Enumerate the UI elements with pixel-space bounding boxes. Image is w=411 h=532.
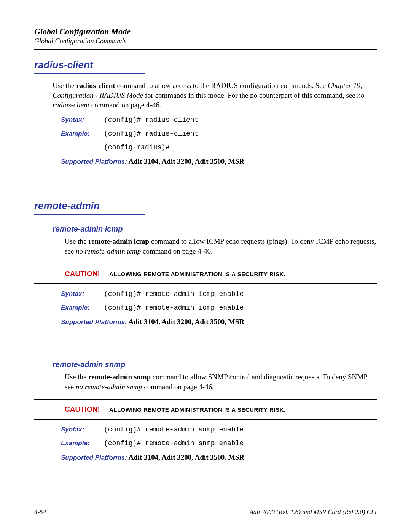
text: Use the [53,81,76,89]
platforms-value: Adit 3104, Adit 3200, Adit 3500, MSR [127,157,244,165]
platforms-line: Supported Platforms: Adit 3104, Adit 320… [61,157,377,166]
platforms-label: Supported Platforms: [61,454,127,462]
header-title: Global Configuration Mode [34,27,377,37]
caution-text: ALLOWING REMOTE ADMINISTRATION IS A SECU… [109,271,286,277]
page-number: 4-54 [34,508,46,516]
caution-box-snmp: CAUTION! ALLOWING REMOTE ADMINISTRATION … [34,399,377,420]
caution-label: CAUTION! [65,270,100,278]
text-italic: no remote-admin snmp [76,383,142,391]
header-divider [34,49,377,50]
example-label: Example: [61,304,97,312]
footer-title: Adit 3000 (Rel. 1.6) and MSR Card (Rel 2… [249,508,377,516]
platforms-label: Supported Platforms: [61,318,127,326]
text: Use the [65,373,88,381]
text-bold: radius-client [76,81,115,89]
platforms-value: Adit 3104, Adit 3200, Adit 3500, MSR [127,318,244,326]
icmp-paragraph: Use the remote-admin icmp command to all… [65,236,377,256]
platforms-label: Supported Platforms: [61,158,127,166]
text: Use the [65,237,88,245]
example-row: Example: (config)# remote-admin snmp ena… [61,439,377,447]
header-subtitle: Global Configuration Commands [34,37,377,45]
syntax-label: Syntax: [61,290,97,298]
subsection-heading-icmp: remote-admin icmp [53,225,377,233]
heading-underline [34,73,145,74]
page-footer: 4-54 Adit 3000 (Rel. 1.6) and MSR Card (… [34,503,377,516]
page-header: Global Configuration Mode Global Configu… [34,27,377,50]
example-value: (config)# remote-admin snmp enable [104,439,244,447]
platforms-line: Supported Platforms: Adit 3104, Adit 320… [61,453,377,462]
platforms-line: Supported Platforms: Adit 3104, Adit 320… [61,318,377,326]
example-row-2: (config-radius)# [61,144,377,151]
snmp-paragraph: Use the remote-admin snmp command to all… [65,372,377,391]
caution-label: CAUTION! [65,405,100,414]
text-bold: remote-admin icmp [88,237,149,245]
text: command on page 4-46. [141,247,212,255]
syntax-row: Syntax: (config)# remote-admin snmp enab… [61,426,377,433]
syntax-label: Syntax: [61,116,97,124]
example-value: (config)# radius-client [104,130,198,137]
platforms-value: Adit 3104, Adit 3200, Adit 3500, MSR [127,453,244,461]
caution-box-icmp: CAUTION! ALLOWING REMOTE ADMINISTRATION … [34,264,377,284]
text: command on page 4-46. [142,383,214,391]
text-italic: no remote-admin icmp [76,247,141,255]
syntax-value: (config)# radius-client [104,116,198,124]
document-page: Global Configuration Mode Global Configu… [0,0,411,532]
example-row: Example: (config)# remote-admin icmp ena… [61,304,377,312]
syntax-value: (config)# remote-admin snmp enable [104,426,244,433]
footer-divider [34,506,377,506]
syntax-row: Syntax: (config)# remote-admin icmp enab… [61,290,377,298]
syntax-label: Syntax: [61,426,97,433]
subsection-heading-snmp: remote-admin snmp [53,360,377,369]
caution-text: ALLOWING REMOTE ADMINISTRATION IS A SECU… [109,406,286,413]
radius-client-paragraph: Use the radius-client command to allow a… [53,81,377,110]
text-bold: remote-admin snmp [88,373,151,381]
syntax-row: Syntax: (config)# radius-client [61,116,377,124]
text: command on page 4-46. [89,101,161,109]
example-value: (config)# remote-admin icmp enable [104,304,244,312]
heading-underline [34,214,145,215]
example-label: Example: [61,130,97,137]
syntax-value: (config)# remote-admin icmp enable [104,290,244,298]
example-label: Example: [61,439,97,447]
text: for commands in this mode. For the no co… [143,91,357,99]
example-value-2: (config-radius)# [104,144,170,151]
section-heading-remote-admin: remote-admin [34,200,377,212]
text: command to allow access to the RADIUS co… [115,81,328,89]
example-row: Example: (config)# radius-client [61,130,377,137]
section-heading-radius-client: radius-client [34,59,377,71]
